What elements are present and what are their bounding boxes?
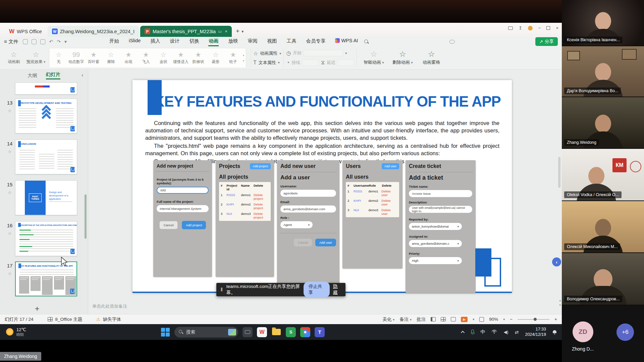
menu-design[interactable]: 设计: [169, 37, 180, 46]
tab-presentation-active[interactable]: P Master's thesis_PPT_M223ia ▭ ×: [140, 26, 232, 37]
anim-stairs[interactable]: ★阶梯状: [190, 51, 207, 64]
anim-dynamic-number[interactable]: 99动态数字: [67, 51, 85, 64]
thumbnail-slide-12-partial[interactable]: [0, 82, 88, 95]
beautify-button[interactable]: 美化 ▾: [383, 316, 395, 322]
anim-none[interactable]: ☆无: [50, 51, 67, 64]
menu-animation-active[interactable]: 动画: [208, 37, 219, 46]
undo-icon[interactable]: ↶: [49, 39, 53, 44]
comments-button[interactable]: 批注: [417, 316, 426, 322]
scroll-up-arrow[interactable]: ▴: [559, 299, 561, 302]
zoom-level[interactable]: 90%: [489, 317, 498, 322]
sync-up-icon[interactable]: ↥: [519, 25, 522, 31]
microphone-icon[interactable]: [471, 329, 474, 335]
taskbar-search[interactable]: 搜索: [174, 327, 238, 338]
anim-crawl-in[interactable]: ★缓慢进入: [172, 51, 190, 64]
menu-insert[interactable]: 插入: [150, 37, 160, 46]
thumbnail-slide-16[interactable]: 16☆ DESCRIPTION OF THE APPLICATION ARCHI…: [0, 221, 88, 256]
redo-icon[interactable]: ↷: [57, 39, 61, 44]
tray-expand-icon[interactable]: [461, 330, 465, 334]
editing-canvas[interactable]: KEY FEATURES AND FUNCTIONALITY OF THE AP…: [88, 70, 562, 314]
favorite-star-icon[interactable]: ☆: [5, 190, 15, 195]
menu-islide[interactable]: iSlide: [128, 37, 141, 46]
participant-tile[interactable]: Володимир Олександров...: [562, 253, 644, 305]
participant-tile[interactable]: Zhang.Weidong: [562, 97, 644, 148]
thumbnail-slide-13[interactable]: 13☆ PROTOTYPE DEVELOPMENT AND TESTING: [0, 99, 88, 133]
anim-diamond[interactable]: ☆菱形: [207, 51, 224, 64]
share-button[interactable]: ↗ 分享: [535, 37, 558, 46]
close-tab-icon[interactable]: ×: [225, 29, 227, 34]
reading-view-icon[interactable]: [451, 317, 456, 321]
participant-tile[interactable]: Дар'я Володимирівна Во...: [562, 46, 644, 97]
notes-placeholder[interactable]: 单击此处添加备注: [92, 303, 127, 309]
taskbar-clock[interactable]: 17:33 2024/12/19: [525, 327, 546, 337]
collapse-meeting-panel-button[interactable]: ‹: [552, 257, 561, 266]
zoom-slider-knob[interactable]: [534, 318, 537, 321]
theme-name[interactable]: 8_Office 主题: [55, 316, 83, 322]
scroll-down-arrow[interactable]: ▾: [559, 303, 561, 307]
menu-slideshow[interactable]: 放映: [228, 37, 238, 46]
participant-tile-overflow[interactable]: ZD +6 Zhong D...: [562, 305, 644, 362]
chrome-icon[interactable]: [300, 327, 310, 337]
file-menu[interactable]: ≡ 文件: [4, 39, 18, 45]
save-icon[interactable]: [23, 39, 28, 44]
menu-home[interactable]: 开始: [109, 37, 119, 46]
anim-box[interactable]: ☆盒状: [155, 51, 172, 64]
menu-transitions[interactable]: 切换: [189, 37, 199, 46]
missing-font-warning[interactable]: 缺失字体: [103, 316, 121, 322]
file-explorer-icon[interactable]: [271, 327, 281, 337]
participant-tile[interactable]: Олексій Миколайович М...: [562, 201, 644, 252]
stop-sharing-button[interactable]: 停止共享: [304, 282, 330, 298]
teams-icon[interactable]: T: [315, 327, 325, 337]
task-view-icon[interactable]: [243, 327, 253, 337]
customize-toolbar-icon[interactable]: ▾: [64, 39, 67, 44]
menu-membership[interactable]: 会员专享: [306, 37, 326, 46]
zoom-out-button[interactable]: −: [510, 317, 513, 322]
slideshow-play-button[interactable]: ▶: [461, 317, 468, 322]
print-icon[interactable]: [32, 39, 37, 44]
anim-appear[interactable]: ★出现: [120, 51, 137, 64]
anim-fly-in[interactable]: ★飞入: [137, 51, 155, 64]
hide-banner-button[interactable]: 隐藏: [333, 284, 341, 296]
anim-wipe[interactable]: ☆擦除: [102, 51, 120, 64]
zoom-in-button[interactable]: +: [554, 317, 557, 322]
weather-widget[interactable]: 12℃ 晴朗: [6, 327, 26, 337]
notes-button[interactable]: 备注 ▾: [399, 316, 412, 322]
anim-blinds[interactable]: ★百叶窗: [85, 51, 102, 64]
speaker-icon[interactable]: ◀): [503, 329, 508, 335]
slide-sorter-icon[interactable]: [441, 317, 446, 321]
pause-sharing-icon[interactable]: ‖: [221, 287, 223, 292]
search-icon[interactable]: [364, 40, 369, 44]
normal-view-icon[interactable]: [431, 317, 436, 321]
minimize-button[interactable]: −: [538, 25, 541, 31]
participant-tile[interactable]: Ксенія Вікторівна Іванчен...: [562, 0, 644, 46]
tab-writer-document[interactable]: W Zhang.Weidong_M223ia.e_2024_I: [48, 26, 139, 37]
presentation-view-icon[interactable]: [508, 26, 513, 30]
favorite-star-icon[interactable]: ☆: [5, 149, 15, 154]
wps-office-icon[interactable]: W: [257, 327, 267, 337]
collapse-panel-icon[interactable]: ‹: [82, 72, 83, 78]
favorite-star-icon[interactable]: ☆: [5, 108, 15, 113]
anim-wheel[interactable]: ★轮子: [224, 51, 242, 64]
add-slide-button[interactable]: +: [35, 304, 39, 313]
canvas-scrollbar[interactable]: [558, 157, 560, 188]
wps-sheet-icon[interactable]: S: [286, 327, 296, 337]
play-options-dropdown[interactable]: ▾: [473, 317, 474, 321]
animation-pane-button[interactable]: ☆ 动画窗格: [417, 50, 446, 65]
menu-tools[interactable]: 工具: [286, 37, 297, 46]
sync-icon[interactable]: ⇄: [515, 329, 519, 335]
cloud-sync-icon[interactable]: [449, 40, 455, 44]
thumbnail-slide-14[interactable]: 14☆ CONCLUSION: [0, 139, 88, 174]
thumbnail-slide-17-selected[interactable]: 17☆ KEY FEATURES AND FUNCTIONALITY OF TH…: [0, 261, 88, 296]
more-participants-badge[interactable]: +6: [616, 323, 634, 341]
slide-17-canvas[interactable]: KEY FEATURES AND FUNCTIONALITY OF THE AP…: [132, 80, 512, 293]
animation-properties-button[interactable]: ☆ 动画属性▾: [253, 50, 281, 57]
export-icon[interactable]: [40, 39, 45, 44]
tab-list-dropdown[interactable]: ▾: [241, 29, 244, 34]
tab-wps-home[interactable]: W WPS Office: [5, 26, 46, 37]
thumbnail-slide-15[interactable]: 15☆ PART THREE Design and development of…: [0, 180, 88, 215]
fit-slide-icon[interactable]: [479, 317, 484, 322]
delete-animation-button[interactable]: ☆ 删除动画 ▾: [388, 50, 417, 65]
menu-wps-ai[interactable]: WPS AI: [335, 37, 358, 46]
wifi-icon[interactable]: [491, 330, 497, 334]
close-button[interactable]: ×: [556, 25, 558, 31]
